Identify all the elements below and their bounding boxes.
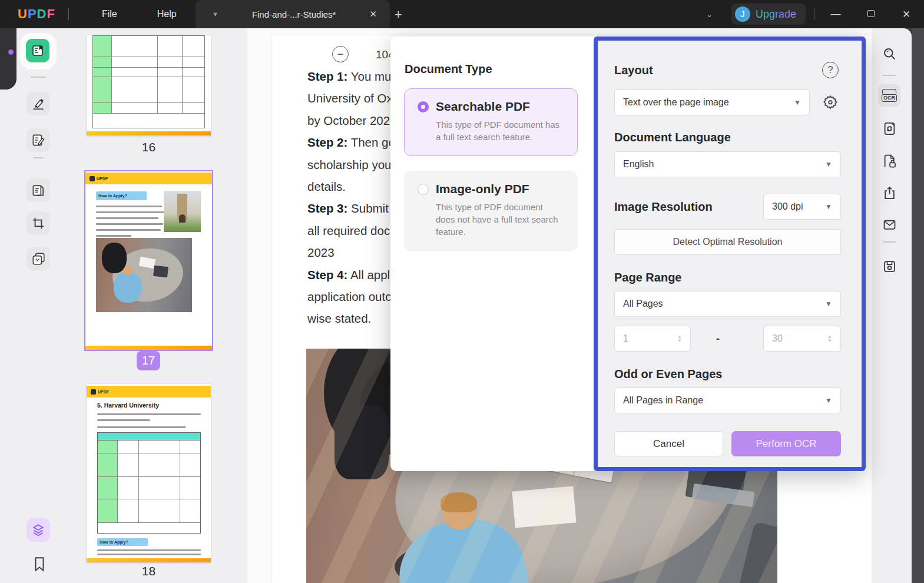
thumbnail-page-18[interactable]: UPDF 5. Harvard University How to Apply? — [87, 384, 211, 562]
stamp-tool-button[interactable] — [27, 247, 50, 270]
share-icon — [882, 185, 897, 201]
thumbnail-label-18: 18 — [87, 564, 211, 578]
option-image-only-pdf[interactable]: Image-only PDF This type of PDF document… — [404, 171, 578, 251]
envelope-icon — [882, 217, 897, 233]
layout-settings-button[interactable] — [822, 93, 839, 111]
thumb18-footer-bar — [87, 558, 211, 562]
thumb18-chip: How to Apply? — [97, 538, 148, 546]
avatar[interactable]: J — [735, 6, 750, 22]
language-heading: Document Language — [614, 131, 731, 144]
layout-heading: Layout — [614, 64, 653, 77]
tab-chevron-down-icon[interactable]: ▼ — [212, 11, 218, 18]
crop-tool-button[interactable] — [27, 211, 50, 235]
thumb17-chip: How to Apply? — [96, 191, 147, 200]
titlebar-divider — [814, 8, 814, 20]
layout-value: Text over the page image — [623, 97, 729, 108]
logo-letter: D — [37, 6, 47, 22]
updf-logo: UPDF — [18, 6, 55, 22]
perform-ocr-button[interactable]: Perform OCR — [731, 431, 841, 456]
titlebar-chevron-down-icon[interactable]: ⌄ — [706, 10, 713, 19]
comment-tool-button[interactable] — [27, 92, 50, 115]
document-tab[interactable]: ▼ Find-and-...r-Studies* ✕ — [196, 0, 390, 28]
edit-tool-button[interactable] — [27, 128, 50, 152]
zoom-out-button[interactable]: − — [332, 46, 349, 62]
toolbar-divider — [31, 77, 46, 78]
upgrade-label: Upgrade — [756, 8, 796, 21]
ocr-button[interactable]: OCR — [878, 84, 900, 107]
convert-button[interactable] — [878, 117, 900, 140]
search-button[interactable] — [878, 42, 900, 65]
chevron-down-icon: ▼ — [825, 396, 832, 405]
range-separator: - — [716, 333, 720, 345]
option-title: Image-only PDF — [436, 182, 565, 196]
page-to-input[interactable]: 30 ▲▼ — [763, 326, 841, 352]
crop-icon — [31, 216, 46, 231]
thumbnail-page-17-selected[interactable]: UPDF How to Apply? — [84, 170, 213, 351]
page-tools-button[interactable] — [27, 178, 50, 202]
thumb16-footer-bar — [87, 131, 211, 135]
document-type-heading: Document Type — [405, 62, 492, 76]
page-from-input[interactable]: 1 ▲▼ — [614, 326, 691, 352]
page-range-heading: Page Range — [614, 271, 681, 284]
search-icon — [882, 46, 897, 62]
ocr-dialog-right-panel: Layout ? Text over the page image ▼ Docu… — [594, 37, 866, 471]
chevron-down-icon: ▼ — [794, 98, 801, 107]
cancel-button[interactable]: Cancel — [614, 431, 723, 456]
resolution-select[interactable]: 300 dpi ▼ — [763, 194, 841, 220]
share-button[interactable] — [878, 181, 900, 204]
mail-button[interactable] — [878, 213, 900, 236]
gear-icon — [822, 93, 839, 111]
chevron-down-icon: ▼ — [825, 203, 832, 211]
language-select[interactable]: English ▼ — [614, 151, 841, 177]
stamp-pages-icon — [31, 251, 46, 266]
new-tab-button[interactable]: + — [395, 7, 402, 22]
option-title: Searchable PDF — [436, 100, 565, 114]
minimize-button[interactable]: — — [818, 8, 853, 20]
menu-file[interactable]: File — [82, 9, 137, 19]
left-edge-notch — [0, 28, 16, 90]
convert-document-icon — [882, 121, 897, 137]
stepper-arrows[interactable]: ▲▼ — [827, 334, 832, 343]
maximize-icon — [867, 10, 875, 17]
reader-icon — [31, 44, 45, 58]
tab-close-icon[interactable]: ✕ — [369, 9, 377, 19]
layers-icon — [31, 522, 46, 538]
page-range-select[interactable]: All Pages ▼ — [614, 291, 841, 317]
thumb17-footer-bar — [85, 346, 212, 350]
page-range-value: All Pages — [623, 299, 663, 309]
odd-even-select[interactable]: All Pages in Range ▼ — [614, 387, 841, 413]
chevron-down-icon: ▼ — [825, 300, 832, 308]
page-to-value: 30 — [772, 333, 783, 344]
odd-even-heading: Odd or Even Pages — [614, 367, 722, 381]
toolbar-divider — [33, 157, 44, 158]
option-description: This type of PDF document does not have … — [436, 201, 559, 238]
bookmark-button[interactable] — [28, 552, 51, 576]
close-button[interactable]: ✕ — [889, 8, 924, 21]
detect-resolution-button[interactable]: Detect Optimal Resolution — [614, 229, 841, 255]
language-value: English — [623, 159, 654, 170]
stepper-arrows[interactable]: ▲▼ — [677, 334, 682, 343]
toolbar-divider — [883, 241, 896, 243]
layout-select[interactable]: Text over the page image ▼ — [614, 90, 810, 115]
protect-button[interactable] — [878, 150, 900, 172]
layers-button[interactable] — [27, 518, 50, 542]
help-button[interactable]: ? — [822, 62, 839, 78]
resolution-value: 300 dpi — [772, 201, 803, 212]
menu-help[interactable]: Help — [137, 9, 197, 19]
save-button[interactable] — [878, 255, 900, 277]
upgrade-button[interactable]: J Upgrade — [731, 4, 806, 25]
thumb18-header: UPDF — [87, 386, 211, 398]
edit-document-icon — [31, 132, 46, 148]
thumbnail-page-16[interactable] — [87, 35, 211, 135]
ocr-scanner-icon — [882, 89, 896, 94]
document-lock-icon — [882, 153, 897, 169]
option-searchable-pdf[interactable]: Searchable PDF This type of PDF document… — [404, 88, 578, 156]
notification-dot — [8, 49, 14, 55]
radio-selected-icon[interactable] — [418, 101, 429, 112]
maximize-button[interactable] — [853, 8, 889, 20]
highlighter-icon — [31, 96, 46, 111]
reader-mode-button[interactable] — [26, 39, 49, 62]
radio-unselected-icon[interactable] — [418, 184, 429, 195]
thumb18-title: 5. Harvard University — [97, 402, 159, 409]
app-window: UPDF File Help ▼ Find-and-...r-Studies* … — [0, 0, 924, 583]
